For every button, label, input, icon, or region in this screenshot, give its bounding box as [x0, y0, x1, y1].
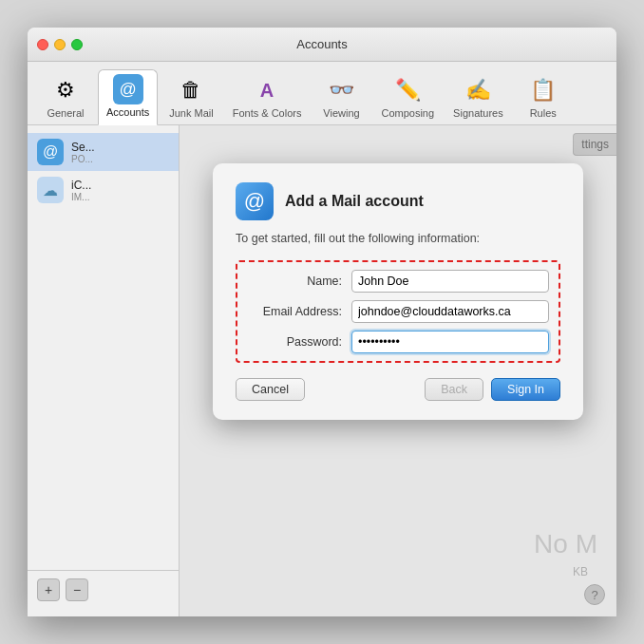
- signatures-icon: ✍️: [463, 75, 493, 105]
- modal-overlay: @ Add a Mail account To get started, fil…: [180, 125, 616, 616]
- password-label: Password:: [247, 335, 351, 349]
- name-label: Name:: [247, 275, 351, 288]
- modal-header: @ Add a Mail account: [236, 182, 560, 220]
- email-input[interactable]: [351, 300, 549, 323]
- name-row: Name:: [247, 270, 549, 293]
- close-button[interactable]: [37, 39, 48, 50]
- toolbar: ⚙ General @ Accounts 🗑 Junk Mail A Fonts…: [28, 62, 616, 125]
- tab-composing[interactable]: ✏️ Composing: [373, 71, 442, 124]
- general-icon: ⚙: [50, 75, 81, 105]
- tab-accounts[interactable]: @ Accounts: [98, 69, 158, 125]
- modal-buttons: Cancel Back Sign In: [236, 378, 560, 401]
- content-area: @ Se... PO... ☁ iC... IM... + − ttings: [28, 125, 616, 616]
- modal-icon: @: [236, 182, 274, 220]
- add-mail-account-dialog: @ Add a Mail account To get started, fil…: [213, 163, 583, 420]
- main-window: Accounts ⚙ General @ Accounts 🗑 Junk Mai…: [28, 28, 616, 616]
- accounts-icon: @: [113, 74, 143, 104]
- sidebar: @ Se... PO... ☁ iC... IM... + −: [28, 125, 180, 616]
- sidebar-item-ic-account[interactable]: ☁ iC... IM...: [28, 171, 179, 209]
- name-input[interactable]: [351, 270, 549, 293]
- tab-signatures[interactable]: ✍️ Signatures: [445, 71, 511, 124]
- password-row: Password:: [247, 331, 549, 353]
- main-panel: ttings No M KB @ Add a Mail account To g…: [180, 125, 616, 616]
- tab-viewing[interactable]: 👓 Viewing: [313, 71, 369, 124]
- minimize-button[interactable]: [54, 39, 66, 50]
- maximize-button[interactable]: [71, 39, 83, 50]
- modal-title: Add a Mail account: [285, 193, 424, 210]
- rules-icon: 📋: [528, 75, 559, 105]
- fonts-colors-icon: A: [252, 75, 282, 105]
- title-bar: Accounts: [28, 28, 616, 62]
- ic-account-icon: ☁: [37, 177, 64, 203]
- sidebar-footer: + −: [28, 570, 179, 609]
- back-button[interactable]: Back: [425, 378, 483, 401]
- tab-general[interactable]: ⚙ General: [37, 71, 94, 124]
- window-title: Accounts: [296, 37, 347, 51]
- tab-fonts-colors[interactable]: A Fonts & Colors: [225, 71, 310, 124]
- tab-rules[interactable]: 📋 Rules: [515, 71, 572, 124]
- email-row: Email Address:: [247, 300, 549, 323]
- tab-junk-mail[interactable]: 🗑 Junk Mail: [161, 71, 220, 124]
- remove-account-button[interactable]: −: [66, 578, 88, 601]
- add-account-button[interactable]: +: [37, 578, 60, 601]
- sign-in-button[interactable]: Sign In: [491, 378, 560, 401]
- composing-icon: ✏️: [392, 75, 423, 105]
- action-buttons: Back Sign In: [425, 378, 560, 401]
- cancel-button[interactable]: Cancel: [236, 378, 305, 401]
- traffic-lights: [37, 39, 83, 50]
- junk-mail-icon: 🗑: [176, 75, 206, 105]
- se-account-icon: @: [37, 139, 64, 165]
- password-input[interactable]: [351, 331, 549, 353]
- viewing-icon: 👓: [326, 75, 356, 105]
- sidebar-item-se-account[interactable]: @ Se... PO...: [28, 133, 179, 171]
- modal-subtitle: To get started, fill out the following i…: [236, 232, 560, 245]
- form-fields-group: Name: Email Address: Password:: [236, 260, 560, 363]
- email-label: Email Address:: [247, 305, 351, 318]
